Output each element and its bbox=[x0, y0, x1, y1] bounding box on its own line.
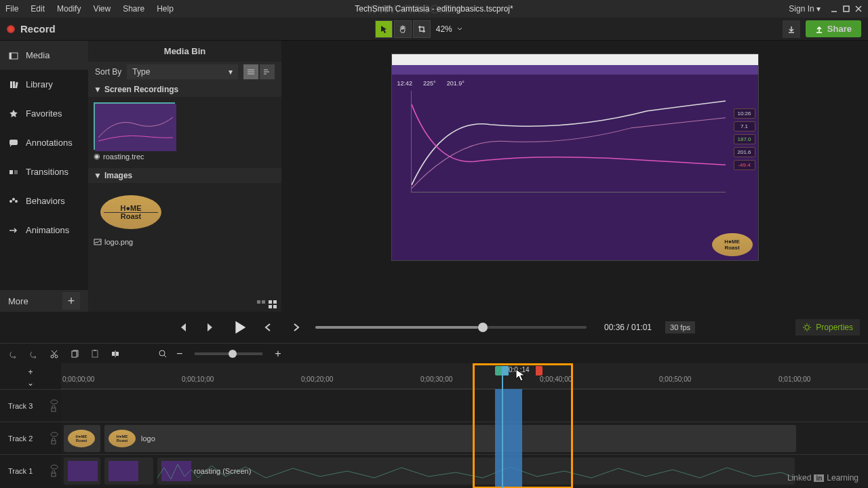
time-display: 00:36 / 01:01 bbox=[604, 323, 652, 332]
canvas-area[interactable]: 12:42 225° 201.9° 10:26 7.1 187.0 201.6 … bbox=[281, 41, 868, 312]
step-fwd-button[interactable] bbox=[287, 318, 306, 337]
menu-file[interactable]: File bbox=[5, 4, 18, 14]
lock-icon[interactable] bbox=[50, 438, 57, 445]
play-button[interactable] bbox=[230, 318, 249, 337]
eye-icon[interactable] bbox=[50, 399, 58, 405]
eye-icon[interactable] bbox=[50, 464, 58, 470]
image-icon bbox=[94, 239, 102, 245]
hand-tool[interactable] bbox=[394, 20, 412, 38]
view-thumb-button[interactable] bbox=[243, 64, 258, 79]
zoom-in-button[interactable]: + bbox=[275, 348, 281, 360]
track-1[interactable]: roasting (Screen) bbox=[61, 454, 868, 487]
media-icon bbox=[8, 50, 19, 61]
sidebar-more[interactable]: More+ bbox=[0, 290, 88, 312]
svg-rect-45 bbox=[52, 473, 56, 476]
split-button[interactable] bbox=[108, 347, 122, 361]
svg-rect-11 bbox=[14, 170, 18, 174]
prev-frame-button[interactable] bbox=[173, 318, 192, 337]
sidebar-item-animations[interactable]: Animations bbox=[0, 216, 88, 245]
minimize-icon[interactable] bbox=[830, 5, 838, 13]
track-3-header[interactable]: Track 3 bbox=[0, 389, 61, 422]
clip-logo-1[interactable]: H●MERoast bbox=[64, 425, 100, 452]
cut-button[interactable] bbox=[47, 347, 61, 361]
svg-rect-6 bbox=[10, 81, 12, 88]
clip-screen-3[interactable]: roasting (Screen) bbox=[157, 458, 795, 485]
sort-dropdown[interactable]: Type▾ bbox=[127, 64, 238, 79]
badge-val: 7.1 bbox=[734, 121, 755, 131]
add-track-button[interactable]: + bbox=[24, 367, 37, 377]
clip-logo-2[interactable]: H●MERoastlogo bbox=[104, 425, 796, 452]
svg-rect-33 bbox=[92, 350, 98, 357]
zoom-out-button[interactable]: − bbox=[176, 348, 182, 360]
track-1-header[interactable]: Track 1 bbox=[0, 454, 61, 487]
menubar: File Edit Modify View Share Help TechSmi… bbox=[0, 0, 868, 18]
menu-modify[interactable]: Modify bbox=[57, 4, 81, 14]
sort-label: Sort By bbox=[95, 67, 121, 77]
download-button[interactable] bbox=[783, 20, 800, 38]
track-3[interactable] bbox=[61, 389, 868, 422]
svg-point-38 bbox=[159, 350, 165, 356]
close-icon[interactable] bbox=[854, 5, 863, 13]
step-back-button[interactable] bbox=[258, 318, 277, 337]
menu-help[interactable]: Help bbox=[157, 4, 174, 14]
eye-icon[interactable] bbox=[50, 432, 58, 437]
preview-canvas: 12:42 225° 201.9° 10:26 7.1 187.0 201.6 … bbox=[392, 54, 758, 260]
svg-point-14 bbox=[15, 200, 18, 203]
record-indicator-icon: ◉ bbox=[94, 152, 100, 161]
clip-screen-2[interactable] bbox=[104, 458, 153, 485]
track-2-header[interactable]: Track 2 bbox=[0, 422, 61, 454]
behaviors-icon bbox=[8, 196, 19, 207]
sidebar-item-library[interactable]: Library bbox=[0, 70, 88, 99]
svg-point-44 bbox=[51, 465, 58, 469]
sidebar-item-media[interactable]: Media bbox=[0, 41, 88, 70]
selection-range[interactable] bbox=[495, 389, 522, 488]
record-button[interactable]: Record bbox=[7, 23, 56, 35]
crop-tool[interactable] bbox=[413, 20, 431, 38]
sidebar-item-annotations[interactable]: Annotations bbox=[0, 128, 88, 157]
timeline-toolbar: − + bbox=[0, 343, 868, 363]
lock-icon[interactable] bbox=[50, 405, 57, 412]
app-title: TechSmith Camtasia - editingbasics.tscpr… bbox=[355, 4, 513, 14]
share-button[interactable]: Share bbox=[806, 20, 861, 37]
media-item-logo[interactable]: H●MERoast logo.png bbox=[94, 188, 175, 248]
sidebar-item-behaviors[interactable]: Behaviors bbox=[0, 186, 88, 216]
main-toolbar: Record 42% Share bbox=[0, 18, 868, 41]
redo-button[interactable] bbox=[27, 347, 41, 361]
lock-icon[interactable] bbox=[50, 470, 57, 477]
chevron-down-icon[interactable] bbox=[456, 26, 463, 33]
next-frame-button[interactable] bbox=[201, 318, 220, 337]
sign-in-link[interactable]: Sign In ▾ bbox=[789, 4, 821, 14]
menu-share[interactable]: Share bbox=[123, 4, 144, 14]
zoom-level[interactable]: 42% bbox=[436, 24, 452, 34]
grid-view-icon[interactable] bbox=[268, 300, 277, 309]
fps-display[interactable]: 30 fps bbox=[665, 321, 695, 333]
media-item-roasting[interactable]: ◉roasting.trec bbox=[94, 102, 175, 163]
star-icon bbox=[8, 108, 19, 119]
paste-button[interactable] bbox=[88, 347, 102, 361]
sidebar-item-transitions[interactable]: Transitions bbox=[0, 157, 88, 186]
view-list-button[interactable] bbox=[260, 64, 275, 79]
undo-button[interactable] bbox=[7, 347, 20, 361]
mediabin-title: Media Bin bbox=[88, 41, 281, 62]
timeline-ruler[interactable]: 0;00;00;00 0;00;10;00 0;00;20;00 0;00;30… bbox=[61, 363, 868, 389]
collapse-track-button[interactable]: ⌄ bbox=[24, 378, 37, 388]
section-screen-recordings[interactable]: ▼ Screen Recordings bbox=[88, 82, 281, 97]
menu-view[interactable]: View bbox=[93, 4, 111, 14]
maximize-icon[interactable] bbox=[842, 5, 850, 13]
sidebar-item-favorites[interactable]: Favorites bbox=[0, 99, 88, 128]
svg-point-42 bbox=[51, 432, 58, 436]
playback-scrubber[interactable] bbox=[315, 326, 587, 329]
svg-point-12 bbox=[9, 200, 12, 203]
section-images[interactable]: ▼ Images bbox=[88, 168, 281, 183]
properties-button[interactable]: Properties bbox=[795, 319, 860, 336]
track-2[interactable]: H●MERoast H●MERoastlogo bbox=[61, 422, 868, 454]
transitions-icon bbox=[8, 167, 19, 178]
clip-screen-1[interactable] bbox=[64, 458, 100, 485]
add-button[interactable]: + bbox=[62, 292, 80, 310]
scrubber-handle[interactable] bbox=[478, 323, 488, 332]
cursor-tool[interactable] bbox=[375, 20, 393, 38]
timeline-zoom-slider[interactable] bbox=[195, 352, 262, 355]
detail-view-icon[interactable] bbox=[256, 300, 266, 309]
menu-edit[interactable]: Edit bbox=[31, 4, 45, 14]
copy-button[interactable] bbox=[68, 347, 81, 361]
